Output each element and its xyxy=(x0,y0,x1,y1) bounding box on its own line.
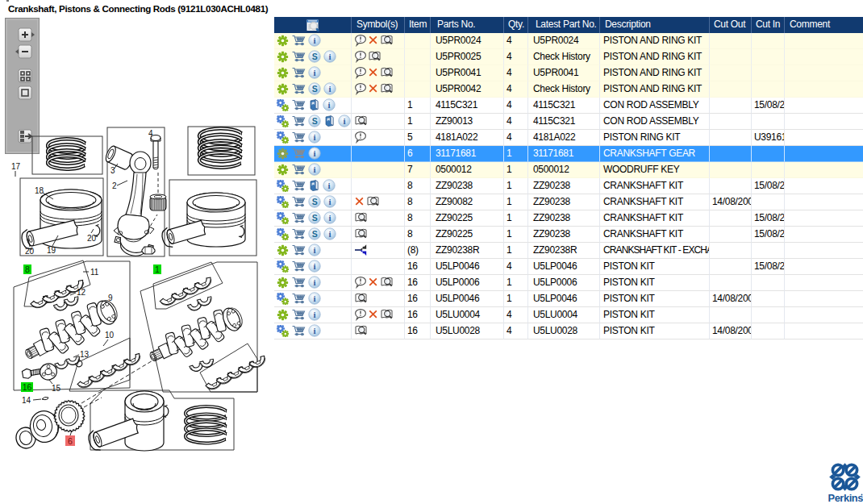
svg-text:11: 11 xyxy=(90,268,99,277)
svg-text:Perkins: Perkins xyxy=(828,492,863,504)
svg-text:6: 6 xyxy=(68,436,73,446)
svg-text:17: 17 xyxy=(11,162,21,171)
svg-text:18: 18 xyxy=(35,186,44,195)
svg-text:16: 16 xyxy=(23,382,32,392)
svg-text:20: 20 xyxy=(87,234,97,243)
svg-text:12: 12 xyxy=(77,288,86,297)
svg-text:3: 3 xyxy=(110,166,115,175)
svg-text:9: 9 xyxy=(108,294,113,302)
svg-text:8: 8 xyxy=(25,264,30,274)
svg-text:15: 15 xyxy=(52,384,61,393)
svg-text:19: 19 xyxy=(47,246,56,255)
svg-text:4: 4 xyxy=(148,129,153,138)
svg-text:20: 20 xyxy=(25,247,35,256)
svg-text:2: 2 xyxy=(112,181,117,190)
svg-text:13: 13 xyxy=(80,350,90,359)
svg-text:10: 10 xyxy=(105,331,115,339)
svg-text:1: 1 xyxy=(155,264,160,274)
svg-text:14: 14 xyxy=(22,396,31,405)
